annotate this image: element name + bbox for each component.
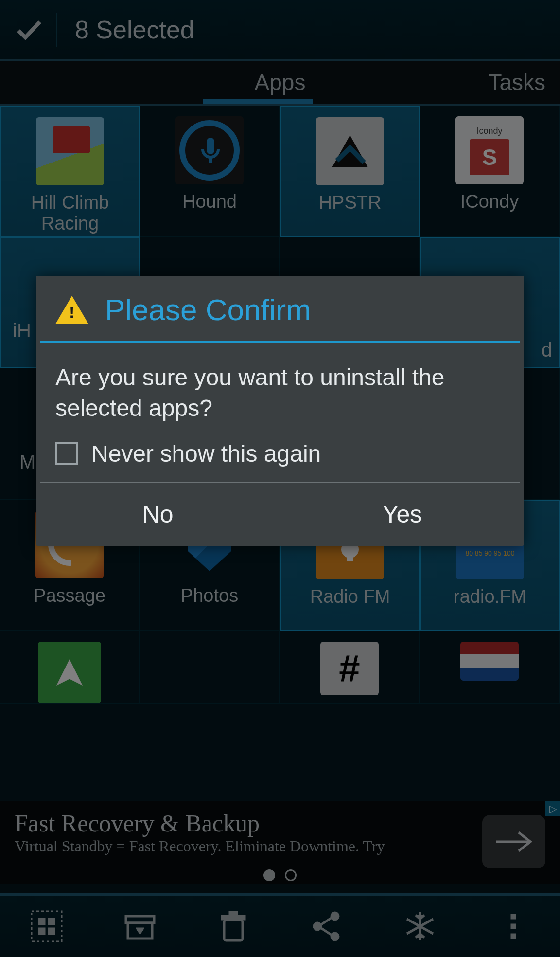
dialog-buttons: No Yes bbox=[36, 483, 524, 546]
yes-button[interactable]: Yes bbox=[280, 483, 524, 546]
warning-icon bbox=[55, 296, 88, 324]
no-button[interactable]: No bbox=[36, 483, 280, 546]
dialog-title: Please Confirm bbox=[105, 292, 311, 327]
never-show-checkbox[interactable] bbox=[55, 442, 78, 465]
confirm-dialog: Please Confirm Are you sure you want to … bbox=[36, 276, 524, 546]
never-show-label: Never show this again bbox=[91, 440, 321, 467]
never-show-row[interactable]: Never show this again bbox=[36, 440, 524, 482]
dialog-header: Please Confirm bbox=[36, 276, 524, 341]
dialog-body: Are you sure you want to uninstall the s… bbox=[36, 343, 524, 440]
